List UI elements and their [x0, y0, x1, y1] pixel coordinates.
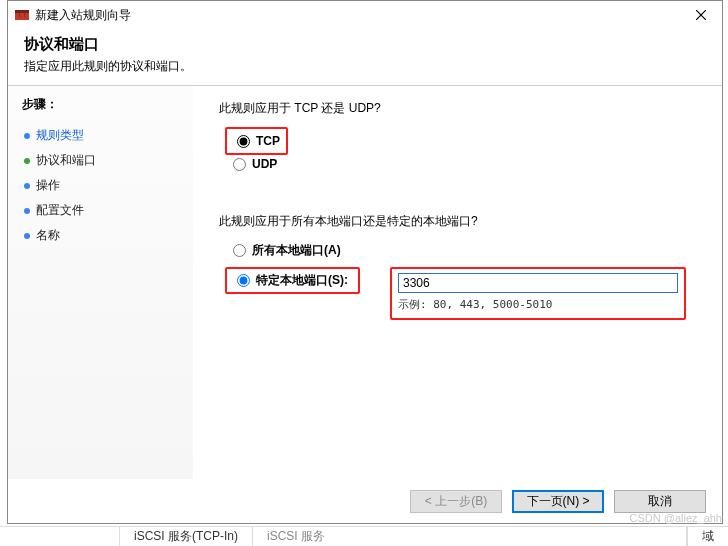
next-button[interactable]: 下一页(N) >	[512, 490, 604, 513]
highlight-ports-input: 示例: 80, 443, 5000-5010	[390, 267, 686, 320]
bullet-icon	[24, 183, 30, 189]
close-icon	[696, 10, 706, 20]
wizard-window: 新建入站规则向导 协议和端口 指定应用此规则的协议和端口。 步骤： 规则类型 协…	[7, 0, 723, 524]
steps-heading: 步骤：	[22, 96, 183, 113]
cancel-button[interactable]: 取消	[614, 490, 706, 513]
step-label: 配置文件	[36, 202, 84, 219]
ports-input[interactable]	[398, 273, 678, 293]
titlebar: 新建入站规则向导	[8, 1, 722, 29]
wizard-header: 协议和端口 指定应用此规则的协议和端口。	[8, 29, 722, 86]
ports-section: 此规则应用于所有本地端口还是特定的本地端口? 所有本地端口(A) 特定本地端口(…	[219, 213, 702, 320]
step-rule-type[interactable]: 规则类型	[22, 123, 183, 148]
svg-rect-3	[24, 13, 25, 17]
svg-rect-1	[15, 10, 29, 13]
bullet-icon	[24, 233, 30, 239]
bullet-icon	[24, 158, 30, 164]
svg-rect-2	[19, 13, 20, 17]
radio-tcp-label: TCP	[256, 134, 280, 148]
bullet-icon	[24, 133, 30, 139]
bg-cell-name: iSCSI 服务(TCP-In)	[120, 527, 253, 546]
bg-left-gap	[0, 527, 120, 546]
specific-ports-row: 特定本地端口(S): 示例: 80, 443, 5000-5010	[219, 267, 702, 320]
wizard-main: 此规则应用于 TCP 还是 UDP? TCP UDP 此规则应用于所有本地端口还…	[193, 86, 722, 479]
wizard-body: 步骤： 规则类型 协议和端口 操作 配置文件 名称 此规则应用于 TCP 还是 …	[8, 86, 722, 479]
close-button[interactable]	[680, 2, 722, 28]
radio-udp-input[interactable]	[233, 158, 246, 171]
step-label: 协议和端口	[36, 152, 96, 169]
port-options: 所有本地端口(A) 特定本地端口(S): 示例: 80, 443, 5000-5…	[219, 240, 702, 320]
radio-udp[interactable]: UDP	[219, 155, 702, 173]
page-title: 协议和端口	[24, 35, 706, 54]
radio-specific-ports-input[interactable]	[237, 274, 250, 287]
step-label: 名称	[36, 227, 60, 244]
radio-tcp-input[interactable]	[237, 135, 250, 148]
highlight-tcp: TCP	[225, 127, 288, 155]
question-protocol: 此规则应用于 TCP 还是 UDP?	[219, 100, 702, 117]
radio-all-ports-label: 所有本地端口(A)	[252, 242, 341, 259]
radio-udp-label: UDP	[252, 157, 277, 171]
radio-all-ports-input[interactable]	[233, 244, 246, 257]
step-label: 操作	[36, 177, 60, 194]
wizard-footer: < 上一步(B) 下一页(N) > 取消	[8, 479, 722, 523]
bg-cell-profile: 域	[687, 527, 728, 546]
bg-cell-group: iSCSI 服务	[253, 527, 687, 546]
ports-example: 示例: 80, 443, 5000-5010	[398, 297, 678, 312]
step-label: 规则类型	[36, 127, 84, 144]
step-profile[interactable]: 配置文件	[22, 198, 183, 223]
step-name[interactable]: 名称	[22, 223, 183, 248]
highlight-specific-ports: 特定本地端口(S):	[225, 267, 360, 294]
page-subtitle: 指定应用此规则的协议和端口。	[24, 58, 706, 75]
background-row: iSCSI 服务(TCP-In) iSCSI 服务 域	[0, 526, 728, 546]
steps-sidebar: 步骤： 规则类型 协议和端口 操作 配置文件 名称	[8, 86, 193, 479]
question-ports: 此规则应用于所有本地端口还是特定的本地端口?	[219, 213, 702, 230]
step-protocol-ports[interactable]: 协议和端口	[22, 148, 183, 173]
step-action[interactable]: 操作	[22, 173, 183, 198]
bullet-icon	[24, 208, 30, 214]
firewall-icon	[14, 7, 30, 23]
radio-all-ports[interactable]: 所有本地端口(A)	[219, 240, 702, 261]
radio-specific-ports-label: 特定本地端口(S):	[256, 272, 348, 289]
back-button: < 上一步(B)	[410, 490, 502, 513]
radio-tcp[interactable]: TCP	[237, 132, 280, 150]
window-title: 新建入站规则向导	[35, 7, 680, 24]
